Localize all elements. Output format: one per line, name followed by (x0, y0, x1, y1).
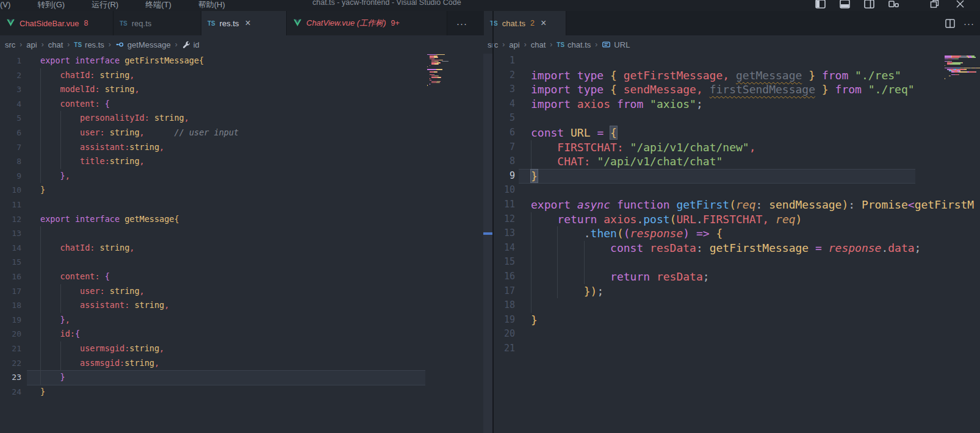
close-tab-icon[interactable]: × (541, 19, 546, 27)
left-editor-scrollbar[interactable] (483, 54, 492, 433)
line-number: 9 (0, 169, 21, 184)
code-line[interactable]: import axios from "axios"; (531, 97, 703, 112)
toggle-panel-icon[interactable] (840, 0, 850, 9)
code-line[interactable]: return axios.post(URL.FIRSTCHAT, req) (531, 212, 802, 227)
line-number: 3 (493, 82, 515, 97)
breadcrumb-separator: › (20, 40, 22, 49)
code-line[interactable]: assistant: string, (40, 298, 169, 313)
tab-res.ts[interactable]: TSres.ts× (201, 11, 287, 35)
toggle-secondary-sidebar-icon[interactable] (864, 0, 874, 9)
breadcrumb-item-src[interactable]: src (5, 40, 15, 49)
code-line[interactable]: export interface getMessage{ (40, 212, 179, 227)
line-number: 7 (493, 140, 515, 155)
breadcrumb-separator: › (550, 40, 552, 49)
minimap[interactable] (945, 54, 980, 82)
breadcrumb-item-res.ts[interactable]: TSres.ts (74, 40, 104, 49)
code-line[interactable]: const URL = { (531, 126, 617, 140)
code-line[interactable]: FIRSTCHAT: "/api/v1/chat/new", (531, 140, 756, 155)
breadcrumb-item-api[interactable]: api (509, 40, 519, 49)
current-line-highlight (519, 169, 915, 184)
code-line[interactable]: } (40, 385, 45, 399)
split-editor-icon[interactable] (945, 19, 955, 28)
line-number: 9 (493, 169, 515, 184)
breadcrumb-item-chat[interactable]: chat (48, 40, 63, 49)
customize-layout-icon[interactable] (888, 0, 899, 9)
line-number: 20 (0, 327, 21, 342)
line-number: 4 (0, 97, 21, 112)
code-line[interactable]: } (40, 370, 65, 385)
breadcrumb-right: src›api›chat›TSchat.ts›URL (483, 35, 980, 54)
code-line[interactable]: import type { sendMessage, firstSendMess… (531, 82, 915, 97)
line-number: 19 (0, 313, 21, 327)
code-line[interactable]: id:{ (40, 327, 80, 342)
code-line[interactable]: assmsgid:string, (40, 356, 159, 371)
tab-chat.ts[interactable]: TSchat.ts2× (484, 11, 566, 35)
code-line[interactable]: user: string, // user input (40, 126, 239, 140)
menu-item[interactable]: 终端(T) (145, 0, 171, 11)
code-line[interactable]: import type { getFirstMessage, getMessag… (531, 68, 901, 83)
breadcrumb-item-getMessage[interactable]: getMessage (115, 40, 171, 49)
code-line[interactable]: return resData; (531, 270, 710, 284)
editor-group-right: TSchat.ts2×··· src›api›chat›TSchat.ts›UR… (483, 11, 980, 433)
line-number: 22 (0, 356, 21, 371)
indent-guide (531, 298, 531, 313)
code-line[interactable]: user: string, (40, 284, 145, 299)
code-line[interactable]: usermsgid:string, (40, 342, 164, 356)
menu-item[interactable]: 转到(G) (37, 0, 65, 11)
editor-res-ts[interactable]: 1export interface getFirstMessage{2 chat… (0, 54, 483, 433)
code-line[interactable]: CHAT: "/api/v1/chat/chat" (531, 154, 722, 169)
code-line[interactable]: title:string, (40, 154, 145, 169)
minimap[interactable] (427, 54, 465, 87)
tab-bar-right: TSchat.ts2×··· (483, 11, 980, 35)
code-line[interactable]: chatId: string, (40, 68, 134, 83)
menu-item[interactable]: 运行(R) (92, 0, 118, 11)
tab-ChatSideBar.vue[interactable]: ChatSideBar.vue8 (0, 11, 113, 35)
breadcrumb-item-chat.ts[interactable]: TSchat.ts (557, 40, 591, 49)
breadcrumb-item-api[interactable]: api (26, 40, 37, 49)
title-bar: 查看(V)转到(G)运行(R)终端(T)帮助(H) chat.ts - yacw… (0, 0, 980, 11)
code-line[interactable]: personalityId: string, (40, 111, 189, 126)
code-line[interactable]: }, (40, 313, 70, 327)
menu-item[interactable]: 帮助(H) (198, 0, 225, 11)
close-window-icon[interactable] (956, 0, 965, 9)
tab-label: ChatSideBar.vue (20, 19, 79, 28)
line-number: 16 (0, 270, 21, 284)
code-line[interactable]: content: { (40, 270, 110, 284)
code-line[interactable]: .then((response) => { (531, 226, 722, 241)
code-line[interactable]: } (531, 169, 538, 184)
code-line[interactable]: const resData: getFirstMessage = respons… (531, 241, 921, 256)
code-line[interactable]: modelId: string, (40, 82, 140, 97)
constant-icon (602, 40, 611, 49)
more-actions-icon[interactable]: ··· (456, 18, 467, 29)
code-line[interactable]: }); (531, 284, 603, 299)
tab-bar-left: ChatSideBar.vue8TSreq.tsTSres.ts×ChatVie… (0, 11, 483, 35)
indent-guide (584, 255, 585, 270)
tab-problem-badge: 2 (530, 19, 535, 27)
editor-chat-ts[interactable]: 12import type { getFirstMessage, getMess… (483, 54, 980, 433)
line-number: 8 (493, 154, 515, 169)
restore-window-icon[interactable] (930, 0, 939, 9)
editor-group-left: ChatSideBar.vue8TSreq.tsTSres.ts×ChatVie… (0, 11, 483, 433)
code-line[interactable]: export async function getFirst(req: send… (531, 198, 974, 212)
breadcrumb-item-chat[interactable]: chat (531, 40, 546, 49)
toggle-sidebar-icon[interactable] (815, 0, 826, 9)
more-actions-icon[interactable]: ··· (964, 18, 975, 29)
code-line[interactable]: content: { (40, 97, 110, 112)
code-line[interactable]: } (40, 183, 45, 198)
code-line[interactable]: } (531, 313, 538, 327)
breadcrumb-separator: › (524, 40, 527, 49)
tab-req.ts[interactable]: TSreq.ts (113, 11, 201, 35)
menu-item[interactable]: 查看(V) (0, 0, 10, 11)
breadcrumb-item-URL[interactable]: URL (602, 40, 630, 49)
editor-group-divider (492, 11, 494, 433)
code-line[interactable]: assistant:string, (40, 140, 164, 155)
breadcrumb-separator: › (595, 40, 597, 49)
breadcrumb-item-id[interactable]: id (182, 40, 200, 49)
line-number: 19 (493, 313, 515, 327)
line-number: 11 (493, 198, 515, 212)
tab-ChatView.vue-[interactable]: ChatView.vue (工作树)9+ (287, 11, 447, 35)
close-tab-icon[interactable]: × (245, 19, 251, 27)
code-line[interactable]: export interface getFirstMessage{ (40, 54, 204, 68)
code-line[interactable]: }, (40, 169, 70, 184)
code-line[interactable]: chatId: string, (40, 241, 134, 256)
